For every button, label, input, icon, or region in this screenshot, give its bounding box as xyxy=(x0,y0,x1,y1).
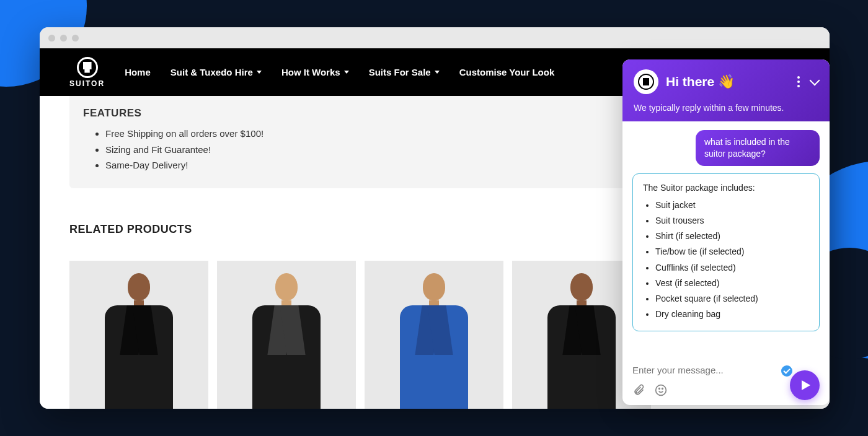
svg-point-2 xyxy=(662,388,663,390)
bot-list-item: Suit jacket xyxy=(655,198,809,213)
window-maximize-icon[interactable] xyxy=(72,35,79,41)
chat-user-message: what is included in the suitor package? xyxy=(696,130,820,166)
bot-list-item: Tie/bow tie (if selected) xyxy=(655,244,809,259)
emoji-icon[interactable] xyxy=(655,384,667,396)
bot-list-item: Suit trousers xyxy=(655,213,809,229)
logo-icon xyxy=(77,57,98,78)
chevron-down-icon xyxy=(435,71,440,74)
nav-suits-for-sale[interactable]: Suits For Sale xyxy=(369,67,440,77)
chevron-down-icon xyxy=(344,71,349,74)
send-button[interactable] xyxy=(790,370,820,400)
bot-list-item: Cufflinks (if selected) xyxy=(655,260,809,276)
bot-list-item: Dry cleaning bag xyxy=(655,307,809,322)
chat-minimize-icon[interactable] xyxy=(810,76,820,86)
bot-list-item: Vest (if selected) xyxy=(655,276,809,291)
brand-name: SUITOR xyxy=(69,79,105,88)
chevron-down-icon xyxy=(257,71,262,74)
bot-list-item: Shirt (if selected) xyxy=(655,229,809,244)
browser-titlebar xyxy=(40,27,830,48)
product-card[interactable] xyxy=(365,261,503,409)
chat-brand-logo xyxy=(634,69,658,94)
nav-customise[interactable]: Customise Your Look xyxy=(459,67,555,77)
bot-list-item: Pocket square (if selected) xyxy=(655,291,809,307)
product-image xyxy=(105,273,173,409)
svg-point-1 xyxy=(659,388,660,390)
chat-menu-icon[interactable] xyxy=(797,76,800,87)
bot-intro: The Suitor package includes: xyxy=(643,183,809,193)
product-image xyxy=(400,273,468,409)
nav-suit-tuxedo-hire[interactable]: Suit & Tuxedo Hire xyxy=(170,67,262,77)
brand-logo[interactable]: SUITOR xyxy=(69,57,105,88)
chat-subtitle: We typically reply within a few minutes. xyxy=(634,103,818,113)
chat-header: Hi there 👋 We typically reply within a f… xyxy=(622,59,830,121)
chat-messages: what is included in the suitor package? … xyxy=(622,121,830,355)
verified-badge-icon xyxy=(781,365,792,377)
window-close-icon[interactable] xyxy=(48,35,55,41)
send-icon xyxy=(802,380,810,390)
product-card[interactable] xyxy=(69,261,208,409)
attachment-icon[interactable] xyxy=(632,384,645,396)
svg-point-0 xyxy=(656,385,666,396)
chat-widget: Hi there 👋 We typically reply within a f… xyxy=(622,59,830,405)
product-card[interactable] xyxy=(217,261,356,409)
window-minimize-icon[interactable] xyxy=(60,35,67,41)
bot-list: Suit jacket Suit trousers Shirt (if sele… xyxy=(643,198,809,323)
chat-greeting: Hi there 👋 xyxy=(666,74,790,90)
product-image xyxy=(547,273,616,409)
chat-bot-message: The Suitor package includes: Suit jacket… xyxy=(632,173,820,332)
product-image xyxy=(252,273,321,409)
nav-how-it-works[interactable]: How It Works xyxy=(281,67,349,77)
nav-home[interactable]: Home xyxy=(125,67,151,77)
wave-icon: 👋 xyxy=(718,74,735,90)
